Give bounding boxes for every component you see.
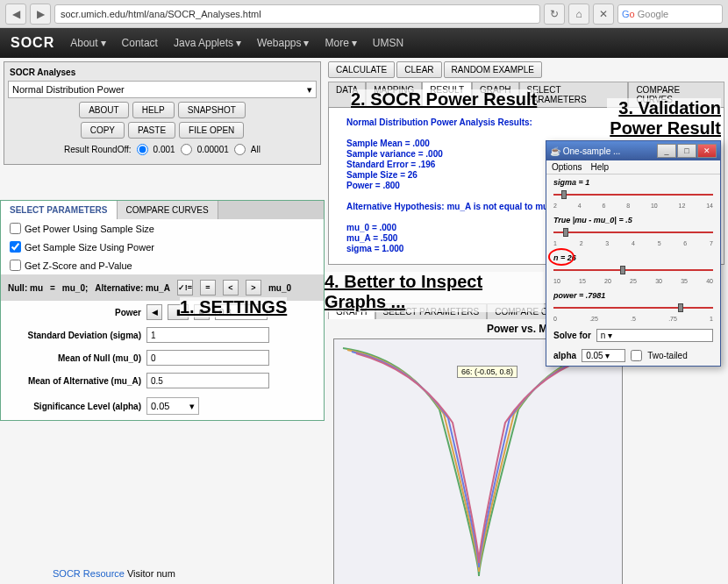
browser-chrome: ◀ ▶ socr.umich.edu/html/ana/SOCR_Analyse… [0, 0, 728, 28]
clear-button[interactable]: CLEAR [396, 61, 441, 78]
about-button[interactable]: ABOUT [79, 102, 128, 118]
back-button[interactable]: ◀ [5, 4, 26, 25]
home-button[interactable]: ⌂ [568, 4, 589, 25]
slider-sigma[interactable]: sigma = 1 2468101214 [546, 174, 720, 212]
solve-for-row: Solve for n ▾ [546, 325, 720, 345]
roundoff-00001[interactable] [181, 144, 192, 155]
help-button[interactable]: HELP [132, 102, 175, 118]
forward-button[interactable]: ▶ [30, 4, 51, 25]
nav-webapps[interactable]: Webapps▾ [257, 37, 309, 49]
solve-for-select[interactable]: n ▾ [596, 329, 713, 342]
nav-more[interactable]: More▾ [325, 37, 356, 49]
logo: SOCR [11, 35, 54, 51]
window-titlebar[interactable]: ☕ One-sample ... _ □ ✕ [546, 141, 720, 160]
copy-button[interactable]: COPY [81, 122, 125, 139]
socr-analyses-panel: SOCR Analyses Normal Distribution Power▾… [4, 61, 321, 165]
snapshot-button[interactable]: SNAPSHOT [178, 102, 246, 118]
alpha-row: alpha 0.05 ▾ Two-tailed [546, 345, 720, 366]
chart-tooltip: 66: (-0.05, 0.8) [457, 366, 517, 378]
nav-contact[interactable]: Contact [122, 37, 158, 49]
tab-select-params[interactable]: SELECT PARAMETERS [1, 201, 118, 219]
reload-button[interactable]: ↻ [544, 4, 565, 25]
twotailed-check[interactable] [631, 350, 642, 361]
site-nav: SOCR About▾ Contact Java Applets▾ Webapp… [0, 28, 728, 58]
check-zscore[interactable] [10, 260, 21, 271]
annotation-1: 1. SETTINGS [180, 297, 287, 317]
slider-power[interactable]: power = .7981 0.25.5.751 [546, 288, 720, 325]
sigma-input[interactable] [146, 327, 269, 343]
op-lt[interactable]: < [223, 280, 239, 296]
menu-help[interactable]: Help [590, 162, 609, 172]
minimize-button[interactable]: _ [657, 144, 676, 158]
calculate-button[interactable]: CALCULATE [328, 61, 395, 78]
nav-applets[interactable]: Java Applets▾ [174, 37, 241, 49]
op-gt[interactable]: > [246, 280, 261, 296]
footer-link[interactable]: SOCR Resource [53, 568, 125, 579]
nav-umsn[interactable]: UMSN [373, 37, 403, 49]
paste-button[interactable]: PASTE [128, 122, 175, 139]
validation-window[interactable]: ☕ One-sample ... _ □ ✕ Options Help sigm… [546, 140, 721, 367]
check-power-size[interactable] [10, 223, 21, 234]
maximize-button[interactable]: □ [677, 144, 696, 158]
muA-input[interactable] [146, 373, 269, 388]
panel-title: SOCR Analyses [8, 66, 317, 79]
check-size-power[interactable] [10, 241, 21, 253]
roundoff-001[interactable] [137, 144, 148, 155]
roundoff-row: Result RoundOff: 0.001 0.00001 All [8, 144, 317, 155]
url-bar[interactable]: socr.umich.edu/html/ana/SOCR_Analyses.ht… [54, 4, 540, 24]
alpha-select[interactable]: 0.05▾ [146, 397, 199, 415]
random-button[interactable]: RANDOM EXAMPLE [444, 61, 542, 78]
tab-compare-curves[interactable]: COMPARE CURVES [118, 201, 218, 219]
footer: SOCR Resource Visitor num [53, 568, 175, 579]
op-eq[interactable]: = [200, 280, 216, 296]
fileopen-button[interactable]: FILE OPEN [179, 122, 244, 139]
annotation-3: 3. Validation Power Result [607, 98, 721, 139]
power-left[interactable]: ◀ [146, 304, 162, 320]
highlight-circle [548, 248, 575, 266]
mu0-input[interactable] [146, 350, 269, 366]
alpha-select-win[interactable]: 0.05 ▾ [582, 349, 625, 362]
chart-canvas[interactable]: 66: (-0.05, 0.8) [333, 338, 623, 584]
analysis-dropdown[interactable]: Normal Distribution Power▾ [8, 81, 317, 98]
annotation-4: 4. Better to Inspect Graphs ... [325, 272, 544, 312]
annotation-2: 2. SOCR Power Result [351, 89, 537, 110]
close-button[interactable]: ✕ [697, 144, 717, 158]
menu-options[interactable]: Options [552, 162, 582, 172]
nav-about[interactable]: About▾ [70, 37, 105, 49]
roundoff-all[interactable] [234, 144, 246, 155]
search-box[interactable]: Go Google [617, 4, 723, 24]
window-menu: Options Help [546, 160, 720, 174]
slider-diff[interactable]: True |mu - mu_0| = .5 1234567 [546, 212, 720, 250]
close-icon[interactable]: ✕ [593, 4, 614, 25]
op-ne[interactable]: ✓!= [177, 280, 193, 296]
